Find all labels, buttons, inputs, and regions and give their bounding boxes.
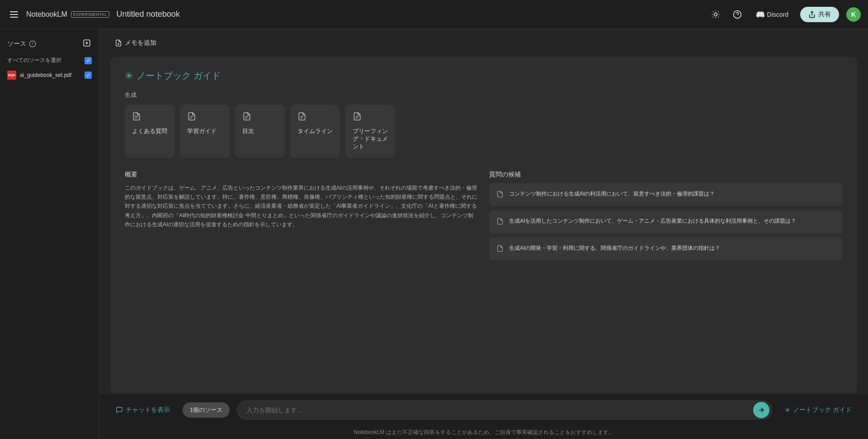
gen-card-icon-4	[353, 112, 362, 123]
source-item-left: PDF ai_guidebook_set.pdf	[7, 71, 71, 80]
discord-button[interactable]: Discord	[752, 8, 793, 21]
svg-point-0	[714, 13, 717, 16]
memo-icon	[115, 39, 122, 47]
questions-section: 質問の候補 コンテンツ制作における生成AIの利活用において、留意すべき法的・倫理…	[489, 171, 843, 265]
gen-card-label-4: ブリーフィング・ドキュメント	[353, 128, 388, 151]
notebook-guide-button[interactable]: ✳ ノートブック ガイド	[779, 403, 857, 417]
logo-text: NotebookLM	[26, 10, 67, 19]
sidebar-header: ソース	[4, 36, 95, 51]
chat-icon	[116, 406, 123, 414]
bottom-bar: チャットを表示 1個のソース ✳ ノートブック ガイド	[99, 393, 868, 426]
select-all-checkbox[interactable]	[85, 57, 92, 64]
pdf-icon: PDF	[7, 71, 16, 80]
send-icon	[758, 406, 765, 414]
content-area: メモを追加 ✳ ノートブック ガイド 生成	[99, 29, 868, 439]
gen-card-label-2: 目次	[242, 128, 254, 135]
input-area	[237, 401, 772, 420]
gen-card-4[interactable]: ブリーフィング・ドキュメント	[345, 105, 395, 158]
gen-card-label-3: タイムライン	[297, 128, 333, 135]
content-top-bar: メモを追加	[99, 29, 868, 57]
help-button[interactable]	[730, 7, 745, 22]
question-text-2: 生成AIの開発・学習・利用に関する、関係省庁のガイドラインや、業界団体の指針は？	[509, 244, 720, 252]
header-left: NotebookLM EXPERIMENTAL	[7, 9, 109, 20]
gen-card-label-1: 学習ガイド	[187, 128, 217, 135]
notebook-guide-card: ✳ ノートブック ガイド 生成 よくある質問	[110, 57, 857, 393]
share-label: 共有	[818, 10, 831, 19]
question-doc-icon-2	[496, 245, 504, 254]
notebook-title[interactable]: Untitled notebook	[109, 10, 708, 19]
discord-label: Discord	[767, 11, 788, 18]
sources-label: ソース	[7, 40, 26, 48]
guide-card-title: ノートブック ガイド	[137, 70, 221, 82]
overview-text: このガイドブックは、ゲーム、アニメ、広告といったコンテンツ制作業界における生成A…	[125, 183, 478, 229]
select-all-label: すべてのソースを選択	[7, 57, 61, 64]
chat-input[interactable]	[237, 401, 772, 420]
sidebar-title: ソース	[7, 40, 36, 48]
footer-text: NotebookLM はまだ不正確な回答をすることがあるため、ご自身で事実確認さ…	[354, 429, 613, 435]
source-checkbox[interactable]	[85, 72, 92, 79]
questions-title: 質問の候補	[489, 171, 843, 179]
question-doc-icon-0	[496, 191, 504, 200]
main-layout: ソース すべてのソースを選択 PDF ai_guidebook_set.pdf	[0, 29, 868, 439]
svg-line-3	[712, 11, 713, 12]
generation-cards: よくある質問 学習ガイド	[125, 105, 843, 158]
nb-guide-label: ノートブック ガイド	[793, 406, 852, 414]
send-button[interactable]	[753, 402, 769, 418]
lower-section: 概要 このガイドブックは、ゲーム、アニメ、広告といったコンテンツ制作業界における…	[125, 171, 843, 265]
gen-card-1[interactable]: 学習ガイド	[180, 105, 230, 158]
header-actions: Discord 共有 K	[708, 7, 861, 22]
nb-guide-asterisk: ✳	[785, 406, 790, 414]
question-doc-icon-1	[496, 218, 504, 227]
source-item[interactable]: PDF ai_guidebook_set.pdf	[4, 68, 95, 82]
info-icon	[29, 40, 36, 48]
svg-line-4	[718, 17, 718, 17]
add-source-button[interactable]	[82, 38, 92, 49]
memo-label: メモを追加	[125, 39, 156, 47]
question-card-0[interactable]: コンテンツ制作における生成AIの利活用において、留意すべき法的・倫理的課題は？	[489, 183, 843, 206]
question-card-2[interactable]: 生成AIの開発・学習・利用に関する、関係省庁のガイドラインや、業界団体の指針は？	[489, 238, 843, 260]
share-button[interactable]: 共有	[800, 7, 839, 22]
chat-toggle-label: チャットを表示	[126, 406, 170, 414]
discord-icon	[756, 10, 764, 19]
svg-line-8	[718, 11, 718, 12]
gen-card-icon-2	[242, 112, 251, 123]
footer-note: NotebookLM はまだ不正確な回答をすることがあるため、ご自身で事実確認さ…	[99, 426, 868, 439]
avatar[interactable]: K	[846, 7, 861, 22]
gen-card-icon-3	[297, 112, 307, 123]
source-count-button[interactable]: 1個のソース	[183, 402, 230, 418]
overview-title: 概要	[125, 171, 478, 179]
gen-card-2[interactable]: 目次	[235, 105, 285, 158]
guide-header: ✳ ノートブック ガイド	[125, 70, 843, 82]
menu-button[interactable]	[7, 9, 21, 20]
gen-card-0[interactable]: よくある質問	[125, 105, 175, 158]
question-text-0: コンテンツ制作における生成AIの利活用において、留意すべき法的・倫理的課題は？	[509, 190, 715, 198]
header: NotebookLM EXPERIMENTAL Untitled noteboo…	[0, 0, 868, 29]
logo-area: NotebookLM EXPERIMENTAL	[26, 10, 109, 19]
source-count-label: 1個のソース	[190, 406, 222, 413]
gen-card-icon-0	[132, 112, 141, 123]
brightness-button[interactable]	[708, 7, 723, 22]
add-memo-button[interactable]: メモを追加	[110, 36, 161, 50]
sidebar: ソース すべてのソースを選択 PDF ai_guidebook_set.pdf	[0, 29, 99, 439]
question-text-1: 生成AIを活用したコンテンツ制作において、ゲーム・アニメ・広告産業における具体的…	[509, 217, 796, 225]
experimental-badge: EXPERIMENTAL	[71, 11, 109, 18]
generation-label: 生成	[125, 91, 843, 99]
chat-toggle-button[interactable]: チャットを表示	[110, 403, 175, 417]
gen-card-label-0: よくある質問	[132, 128, 167, 135]
question-card-1[interactable]: 生成AIを活用したコンテンツ制作において、ゲーム・アニメ・広告産業における具体的…	[489, 210, 843, 233]
gen-card-3[interactable]: タイムライン	[290, 105, 340, 158]
gen-card-icon-1	[187, 112, 196, 123]
overview-section: 概要 このガイドブックは、ゲーム、アニメ、広告といったコンテンツ制作業界における…	[125, 171, 478, 265]
source-name: ai_guidebook_set.pdf	[20, 72, 71, 78]
guide-asterisk-icon: ✳	[125, 70, 133, 82]
select-all-row: すべてのソースを選択	[4, 55, 95, 68]
svg-line-7	[712, 17, 713, 17]
share-icon	[808, 11, 816, 18]
